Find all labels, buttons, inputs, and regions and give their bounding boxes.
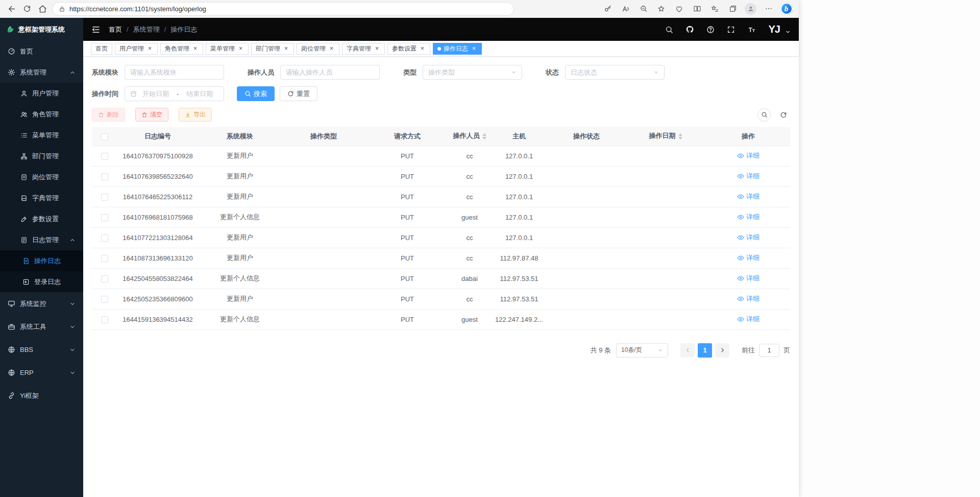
close-icon[interactable] bbox=[471, 45, 477, 52]
close-icon[interactable] bbox=[146, 45, 153, 52]
search-icon[interactable] bbox=[665, 26, 673, 34]
sidebar-item-user[interactable]: 用户管理 bbox=[0, 83, 83, 104]
tab-role[interactable]: 角色管理 bbox=[160, 43, 203, 55]
detail-link[interactable]: 详细 bbox=[737, 233, 760, 242]
sort-caret[interactable] bbox=[482, 131, 486, 141]
breadcrumb-home[interactable]: 首页 bbox=[109, 25, 122, 34]
date-range-picker[interactable]: - bbox=[125, 86, 224, 101]
page-size-select[interactable]: 10条/页 bbox=[616, 343, 668, 358]
sidebar-item-operlog[interactable]: 操作日志 bbox=[0, 250, 83, 271]
tab-post[interactable]: 岗位管理 bbox=[297, 43, 339, 55]
detail-link[interactable]: 详细 bbox=[737, 294, 760, 303]
row-checkbox[interactable] bbox=[101, 153, 108, 160]
sidebar-item-param[interactable]: 参数设置 bbox=[0, 208, 83, 229]
refresh-table-button[interactable] bbox=[777, 108, 790, 122]
sidebar-item-post[interactable]: 岗位管理 bbox=[0, 167, 83, 187]
tab-home[interactable]: 首页 bbox=[91, 43, 112, 55]
profile-button[interactable] bbox=[742, 2, 759, 16]
export-button[interactable]: 导出 bbox=[179, 108, 212, 122]
detail-link[interactable]: 详细 bbox=[737, 192, 760, 201]
row-checkbox[interactable] bbox=[101, 296, 108, 303]
row-checkbox[interactable] bbox=[101, 316, 108, 323]
tab-dict[interactable]: 字典管理 bbox=[342, 43, 385, 55]
close-icon[interactable] bbox=[419, 45, 426, 52]
show-search-button[interactable] bbox=[757, 108, 771, 122]
sidebar-item-erp[interactable]: ERP bbox=[0, 361, 83, 384]
close-icon[interactable] bbox=[283, 45, 289, 52]
detail-link[interactable]: 详细 bbox=[737, 253, 760, 263]
sidebar-item-role[interactable]: 角色管理 bbox=[0, 104, 83, 125]
operator-input[interactable] bbox=[286, 68, 374, 76]
font-size-icon[interactable] bbox=[747, 26, 756, 34]
type-select[interactable]: 操作类型 bbox=[423, 65, 522, 80]
sidebar-item-dict[interactable]: 字典管理 bbox=[0, 187, 83, 208]
search-button[interactable]: 搜索 bbox=[237, 86, 275, 101]
menu-fold-icon[interactable] bbox=[91, 25, 101, 34]
date-end-input[interactable] bbox=[184, 90, 215, 98]
refresh-button[interactable] bbox=[19, 2, 35, 16]
delete-button[interactable]: 删除 bbox=[92, 108, 125, 122]
zoom-button[interactable] bbox=[635, 2, 652, 16]
user-logo[interactable]: YJ bbox=[769, 23, 780, 35]
sidebar-item-yi[interactable]: Yi框架 bbox=[0, 384, 83, 407]
sidebar-item-dept[interactable]: 部门管理 bbox=[0, 146, 83, 167]
favorites-bar-button[interactable] bbox=[706, 2, 723, 16]
home-button[interactable] bbox=[35, 2, 50, 16]
row-checkbox[interactable] bbox=[101, 234, 108, 242]
caret-down-icon[interactable] bbox=[785, 29, 791, 35]
row-checkbox[interactable] bbox=[101, 255, 108, 262]
row-checkbox[interactable] bbox=[101, 194, 108, 201]
fullscreen-icon[interactable] bbox=[727, 26, 735, 34]
help-icon[interactable] bbox=[706, 26, 715, 34]
back-button[interactable] bbox=[4, 2, 19, 16]
app-logo[interactable]: 意框架管理系统 bbox=[0, 18, 83, 41]
sidebar-item-menu[interactable]: 菜单管理 bbox=[0, 125, 83, 146]
next-page-button[interactable] bbox=[715, 343, 729, 358]
collections-button[interactable] bbox=[724, 2, 741, 16]
sidebar-item-log[interactable]: 日志管理 bbox=[0, 229, 83, 250]
close-icon[interactable] bbox=[237, 45, 244, 52]
topbar: 首页 / 系统管理 / 操作日志 YJ bbox=[83, 18, 799, 41]
prev-page-button[interactable] bbox=[680, 343, 695, 358]
favorites-button[interactable] bbox=[653, 2, 670, 16]
tab-operlog[interactable]: 操作日志 bbox=[433, 43, 482, 55]
reset-button[interactable]: 重置 bbox=[280, 86, 317, 101]
tab-menu[interactable]: 菜单管理 bbox=[206, 43, 249, 55]
close-icon[interactable] bbox=[328, 45, 335, 52]
page-number-1[interactable]: 1 bbox=[698, 343, 712, 358]
tab-user[interactable]: 用户管理 bbox=[115, 43, 158, 55]
goto-page-input[interactable] bbox=[759, 344, 779, 357]
row-checkbox[interactable] bbox=[101, 275, 108, 282]
detail-link[interactable]: 详细 bbox=[737, 274, 760, 283]
sidebar-item-home[interactable]: 首页 bbox=[0, 41, 83, 62]
split-screen-button[interactable] bbox=[689, 2, 705, 16]
row-checkbox[interactable] bbox=[101, 214, 108, 221]
detail-link[interactable]: 详细 bbox=[737, 172, 760, 181]
read-aloud-button[interactable] bbox=[617, 2, 634, 16]
sort-caret[interactable] bbox=[678, 131, 682, 141]
sidebar-item-tools[interactable]: 系统工具 bbox=[0, 315, 83, 338]
sidebar-item-bbs[interactable]: BBS bbox=[0, 338, 83, 361]
detail-link[interactable]: 详细 bbox=[737, 212, 760, 222]
browser-essentials-button[interactable] bbox=[671, 2, 688, 16]
close-icon[interactable] bbox=[374, 45, 380, 52]
status-select[interactable]: 日志状态 bbox=[565, 65, 665, 80]
row-checkbox[interactable] bbox=[101, 173, 108, 180]
sidebar-item-system[interactable]: 系统管理 bbox=[0, 62, 83, 83]
address-bar[interactable]: https://ccnetcore.com:1101/system/log/op… bbox=[52, 2, 514, 16]
copilot-button[interactable]: b bbox=[778, 2, 795, 16]
close-icon[interactable] bbox=[192, 45, 199, 52]
tab-dept[interactable]: 部门管理 bbox=[251, 43, 294, 55]
settings-more-button[interactable] bbox=[760, 2, 777, 16]
select-all-checkbox[interactable] bbox=[101, 133, 108, 140]
detail-link[interactable]: 详细 bbox=[737, 315, 760, 324]
sidebar-item-monitor[interactable]: 系统监控 bbox=[0, 292, 83, 315]
tab-param[interactable]: 参数设置 bbox=[387, 43, 430, 55]
detail-link[interactable]: 详细 bbox=[737, 151, 760, 160]
module-input[interactable] bbox=[130, 68, 218, 76]
sidebar-item-loginlog[interactable]: 登录日志 bbox=[0, 271, 83, 292]
clear-button[interactable]: 清空 bbox=[135, 108, 168, 122]
date-start-input[interactable] bbox=[140, 90, 172, 98]
password-button[interactable] bbox=[599, 2, 616, 16]
github-icon[interactable] bbox=[685, 25, 694, 34]
